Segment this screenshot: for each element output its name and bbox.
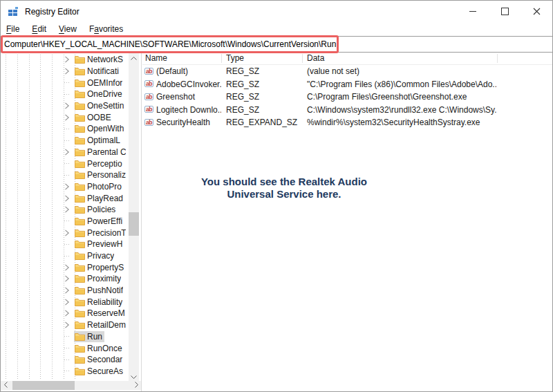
tree-item-target[interactable]: Reliability bbox=[74, 297, 124, 308]
tree-item[interactable]: Secondar bbox=[1, 354, 129, 366]
tree-item[interactable]: OneDrive bbox=[1, 88, 129, 100]
tree-item-label[interactable]: Reliability bbox=[87, 297, 122, 307]
tree-item-label[interactable]: Policies bbox=[87, 205, 115, 214]
chevron-right-icon[interactable] bbox=[64, 310, 70, 317]
title-bar[interactable]: Registry Editor bbox=[1, 1, 552, 23]
tree-item-target[interactable]: NetworkS bbox=[74, 54, 125, 65]
tree-item[interactable]: PrecisionT bbox=[1, 227, 129, 239]
chevron-right-icon[interactable] bbox=[64, 183, 70, 190]
tree-item-label[interactable]: OneDrive bbox=[87, 89, 122, 99]
tree-item[interactable]: PhotoPro bbox=[1, 181, 129, 193]
tree-item[interactable]: ReserveM bbox=[1, 308, 129, 319]
chevron-right-icon[interactable] bbox=[64, 114, 70, 121]
tree-item-target[interactable]: ReserveM bbox=[74, 308, 127, 319]
tree-item-target[interactable]: PhotoPro bbox=[74, 181, 124, 192]
tree-item[interactable]: Privacy bbox=[1, 250, 129, 262]
registry-value-row[interactable]: ab (Default) REG_SZ (value not set) bbox=[142, 65, 552, 78]
tree-item-label[interactable]: PhotoPro bbox=[87, 182, 122, 192]
chevron-right-icon[interactable] bbox=[64, 299, 70, 306]
scroll-right-arrow[interactable] bbox=[131, 380, 141, 389]
tree-item-target[interactable]: Secondar bbox=[74, 354, 124, 365]
tree-item-label[interactable]: Personaliz bbox=[87, 170, 126, 180]
tree-horizontal-scrollbar[interactable] bbox=[1, 381, 141, 390]
tree-item-label[interactable]: OneSettin bbox=[87, 101, 124, 111]
tree-item-target[interactable]: PlayRead bbox=[74, 193, 125, 204]
column-header-type[interactable]: Type bbox=[226, 53, 244, 64]
tree-vertical-scrollbar[interactable] bbox=[129, 53, 139, 382]
tree-item-target[interactable]: OpenWith bbox=[74, 123, 126, 134]
tree-item-label[interactable]: Secondar bbox=[87, 355, 122, 364]
tree-item-target[interactable]: Policies bbox=[74, 204, 118, 215]
tree-item-label[interactable]: NetworkS bbox=[87, 55, 123, 64]
chevron-right-icon[interactable] bbox=[64, 321, 70, 328]
tree-item[interactable]: SecureAs bbox=[1, 366, 129, 377]
tree-item-label[interactable]: SecureAs bbox=[87, 366, 123, 376]
maximize-button[interactable] bbox=[489, 1, 521, 22]
menu-favorites[interactable]: Favorites bbox=[83, 23, 129, 36]
tree-item-label[interactable]: PrecisionT bbox=[87, 228, 126, 238]
tree-item-target[interactable]: RunOnce bbox=[74, 343, 124, 354]
tree-item[interactable]: Notificati bbox=[1, 66, 129, 77]
tree-item[interactable]: PropertyS bbox=[1, 261, 129, 273]
value-name[interactable]: Greenshot bbox=[156, 91, 221, 104]
tree-item[interactable]: RetailDem bbox=[1, 319, 129, 331]
tree-item[interactable]: Proximity bbox=[1, 273, 129, 285]
tree-item-target[interactable]: PropertyS bbox=[74, 262, 126, 273]
tree-item-target[interactable]: OptimalL bbox=[74, 135, 122, 146]
tree-item-target[interactable]: RetailDem bbox=[74, 319, 128, 330]
tree-item-target[interactable]: Personaliz bbox=[74, 169, 128, 180]
chevron-right-icon[interactable] bbox=[64, 206, 70, 213]
column-header-name[interactable]: Name bbox=[145, 53, 167, 64]
tree-item-label[interactable]: OEMInfor bbox=[87, 78, 122, 88]
tree-item-label[interactable]: Privacy bbox=[87, 251, 114, 261]
chevron-right-icon[interactable] bbox=[64, 275, 70, 282]
chevron-right-icon[interactable] bbox=[64, 56, 70, 63]
tree-item-target[interactable]: Privacy bbox=[74, 250, 116, 261]
column-separator[interactable] bbox=[221, 54, 222, 63]
tree-item-label[interactable]: Perceptio bbox=[87, 159, 122, 169]
tree-item[interactable]: Run bbox=[1, 331, 129, 343]
tree-item-label[interactable]: OptimalL bbox=[87, 136, 120, 145]
registry-value-row[interactable]: ab Greenshot REG_SZ C:\Program Files\Gre… bbox=[142, 91, 552, 104]
column-header-data[interactable]: Data bbox=[307, 53, 324, 64]
tree-item-label[interactable]: PreviewH bbox=[87, 239, 122, 249]
tree-item-target[interactable]: OneSettin bbox=[74, 100, 126, 111]
tree-item-target[interactable]: OOBE bbox=[74, 112, 113, 123]
minimize-button[interactable] bbox=[457, 1, 489, 22]
tree-item-label[interactable]: RetailDem bbox=[87, 320, 126, 330]
tree-item[interactable]: Parental C bbox=[1, 147, 129, 158]
tree-item[interactable]: PlayRead bbox=[1, 192, 129, 204]
tree-item-label[interactable]: PropertyS bbox=[87, 263, 124, 272]
tree-item-label[interactable]: ReserveM bbox=[87, 308, 125, 318]
value-name[interactable]: AdobeGCInvoker... bbox=[156, 78, 221, 91]
menu-file[interactable]: File bbox=[1, 23, 26, 36]
registry-value-row[interactable]: ab Logitech Downlo... REG_SZ C:\Windows\… bbox=[142, 104, 552, 117]
tree-item-target[interactable]: Parental C bbox=[74, 147, 128, 158]
tree-item[interactable]: RunOnce bbox=[1, 342, 129, 354]
tree-item-target[interactable]: SecureAs bbox=[74, 366, 125, 377]
chevron-right-icon[interactable] bbox=[64, 287, 70, 294]
menu-edit[interactable]: Edit bbox=[26, 23, 53, 36]
tree-item[interactable]: OpenWith bbox=[1, 123, 129, 135]
address-bar[interactable]: Computer\HKEY_LOCAL_MACHINE\SOFTWARE\Mic… bbox=[1, 36, 552, 53]
chevron-right-icon[interactable] bbox=[64, 102, 70, 109]
value-name[interactable]: (Default) bbox=[156, 65, 221, 78]
tree-item-target[interactable]: PreviewH bbox=[74, 239, 124, 250]
tree-item[interactable]: Policies bbox=[1, 204, 129, 216]
column-separator[interactable] bbox=[302, 54, 303, 63]
value-name[interactable]: Logitech Downlo... bbox=[156, 104, 221, 117]
chevron-right-icon[interactable] bbox=[64, 68, 70, 75]
tree-item[interactable]: OneSettin bbox=[1, 100, 129, 112]
horizontal-scroll-thumb[interactable] bbox=[12, 381, 75, 390]
registry-values-pane[interactable]: Name Type Data ab (Default) REG_SZ (valu… bbox=[142, 53, 552, 391]
tree-item-label[interactable]: OOBE bbox=[87, 113, 111, 122]
tree-item-target[interactable]: OEMInfor bbox=[74, 77, 124, 88]
tree-item-label[interactable]: OpenWith bbox=[87, 124, 124, 133]
tree-item-label[interactable]: Notificati bbox=[87, 66, 119, 76]
tree-item-target[interactable]: PowerEffi bbox=[74, 216, 124, 227]
menu-view[interactable]: View bbox=[53, 23, 83, 36]
registry-path[interactable]: Computer\HKEY_LOCAL_MACHINE\SOFTWARE\Mic… bbox=[4, 37, 336, 53]
chevron-right-icon[interactable] bbox=[64, 195, 70, 202]
tree-item-target[interactable]: Run bbox=[74, 331, 104, 342]
value-name[interactable]: SecurityHealth bbox=[156, 116, 221, 129]
